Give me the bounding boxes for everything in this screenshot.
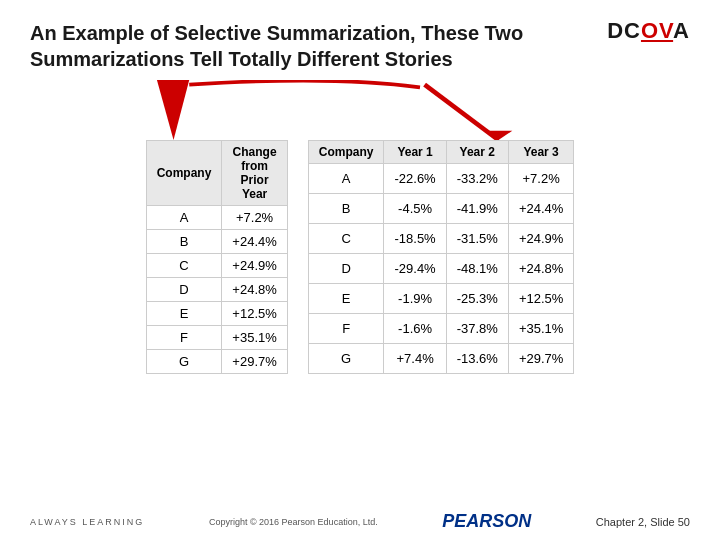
table-cell: +24.9% bbox=[222, 254, 287, 278]
table-cell: +24.8% bbox=[222, 278, 287, 302]
table-cell: +7.2% bbox=[508, 164, 573, 194]
copyright: Copyright © 2016 Pearson Education, Ltd. bbox=[209, 517, 378, 527]
table-cell: E bbox=[146, 302, 222, 326]
table-row: C+24.9% bbox=[146, 254, 287, 278]
right-table-header-year1: Year 1 bbox=[384, 141, 446, 164]
table-cell: F bbox=[146, 326, 222, 350]
table-cell: +7.2% bbox=[222, 206, 287, 230]
table-cell: -31.5% bbox=[446, 224, 508, 254]
table-row: C-18.5%-31.5%+24.9% bbox=[308, 224, 574, 254]
table-cell: +35.1% bbox=[222, 326, 287, 350]
slide: An Example of Selective Summarization, T… bbox=[0, 0, 720, 540]
table-row: E-1.9%-25.3%+12.5% bbox=[308, 284, 574, 314]
table-row: D-29.4%-48.1%+24.8% bbox=[308, 254, 574, 284]
table-cell: -48.1% bbox=[446, 254, 508, 284]
table-cell: B bbox=[146, 230, 222, 254]
table-cell: +29.7% bbox=[508, 344, 573, 374]
dcova-badge: DCOVA bbox=[607, 18, 690, 44]
table-cell: +12.5% bbox=[508, 284, 573, 314]
table-cell: D bbox=[308, 254, 384, 284]
table-cell: +24.4% bbox=[508, 194, 573, 224]
dcova-highlighted: OV bbox=[641, 18, 673, 43]
table-cell: -29.4% bbox=[384, 254, 446, 284]
table-cell: C bbox=[308, 224, 384, 254]
left-table-header-company: Company bbox=[146, 141, 222, 206]
table-row: G+7.4%-13.6%+29.7% bbox=[308, 344, 574, 374]
table-cell: -1.6% bbox=[384, 314, 446, 344]
tables-container: Company ChangefromPriorYear A+7.2%B+24.4… bbox=[30, 140, 690, 374]
title-line2: Summarizations Tell Totally Different St… bbox=[30, 48, 453, 70]
pearson-logo: PEARSON bbox=[442, 511, 531, 532]
table-cell: -4.5% bbox=[384, 194, 446, 224]
table-row: F+35.1% bbox=[146, 326, 287, 350]
left-arrow bbox=[157, 80, 189, 140]
table-cell: A bbox=[308, 164, 384, 194]
right-table-header-year3: Year 3 bbox=[508, 141, 573, 164]
table-cell: +24.4% bbox=[222, 230, 287, 254]
table-cell: E bbox=[308, 284, 384, 314]
title-line1: An Example of Selective Summarization, T… bbox=[30, 22, 523, 44]
left-table-header-change: ChangefromPriorYear bbox=[222, 141, 287, 206]
table-row: A-22.6%-33.2%+7.2% bbox=[308, 164, 574, 194]
table-cell: B bbox=[308, 194, 384, 224]
arrows-area bbox=[30, 80, 690, 140]
chapter-info: Chapter 2, Slide 50 bbox=[596, 516, 690, 528]
table-cell: G bbox=[146, 350, 222, 374]
table-row: B-4.5%-41.9%+24.4% bbox=[308, 194, 574, 224]
table-cell: -41.9% bbox=[446, 194, 508, 224]
table-row: A+7.2% bbox=[146, 206, 287, 230]
table-cell: +29.7% bbox=[222, 350, 287, 374]
right-table-body: A-22.6%-33.2%+7.2%B-4.5%-41.9%+24.4%C-18… bbox=[308, 164, 574, 374]
table-cell: -1.9% bbox=[384, 284, 446, 314]
left-table-body: A+7.2%B+24.4%C+24.9%D+24.8%E+12.5%F+35.1… bbox=[146, 206, 287, 374]
table-cell: +12.5% bbox=[222, 302, 287, 326]
footer: ALWAYS LEARNING Copyright © 2016 Pearson… bbox=[0, 511, 720, 532]
right-table-header-company: Company bbox=[308, 141, 384, 164]
table-cell: C bbox=[146, 254, 222, 278]
table-cell: -22.6% bbox=[384, 164, 446, 194]
table-cell: +35.1% bbox=[508, 314, 573, 344]
table-cell: A bbox=[146, 206, 222, 230]
table-cell: +24.9% bbox=[508, 224, 573, 254]
table-row: E+12.5% bbox=[146, 302, 287, 326]
table-cell: -37.8% bbox=[446, 314, 508, 344]
table-cell: -25.3% bbox=[446, 284, 508, 314]
right-table-header-year2: Year 2 bbox=[446, 141, 508, 164]
table-row: D+24.8% bbox=[146, 278, 287, 302]
table-cell: F bbox=[308, 314, 384, 344]
table-cell: D bbox=[146, 278, 222, 302]
slide-title: An Example of Selective Summarization, T… bbox=[30, 20, 690, 72]
table-row: F-1.6%-37.8%+35.1% bbox=[308, 314, 574, 344]
left-table: Company ChangefromPriorYear A+7.2%B+24.4… bbox=[146, 140, 288, 374]
table-cell: -13.6% bbox=[446, 344, 508, 374]
right-table: Company Year 1 Year 2 Year 3 A-22.6%-33.… bbox=[308, 140, 575, 374]
table-cell: -18.5% bbox=[384, 224, 446, 254]
always-learning: ALWAYS LEARNING bbox=[30, 517, 144, 527]
arrows-svg bbox=[30, 80, 690, 140]
dcova-suffix: A bbox=[673, 18, 690, 43]
table-cell: G bbox=[308, 344, 384, 374]
connecting-line bbox=[189, 81, 420, 88]
table-cell: +24.8% bbox=[508, 254, 573, 284]
table-cell: -33.2% bbox=[446, 164, 508, 194]
table-cell: +7.4% bbox=[384, 344, 446, 374]
table-row: G+29.7% bbox=[146, 350, 287, 374]
dcova-prefix: DC bbox=[607, 18, 641, 43]
table-row: B+24.4% bbox=[146, 230, 287, 254]
